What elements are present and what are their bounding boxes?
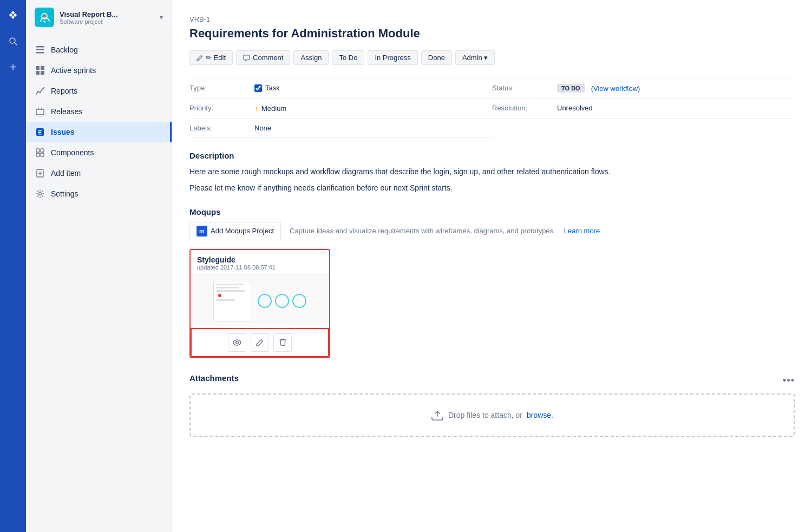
project-dropdown-icon[interactable]: ▾ [160, 14, 163, 21]
delete-styleguide-button[interactable] [273, 333, 292, 352]
sidebar-label-settings: Settings [51, 189, 78, 198]
sidebar-item-reports[interactable]: Reports [26, 81, 172, 101]
project-type: Software project [60, 18, 154, 25]
learn-more-link[interactable]: Learn more [564, 227, 600, 235]
view-styleguide-button[interactable] [228, 333, 246, 352]
svg-rect-10 [41, 71, 44, 75]
moqups-description: Capture ideas and visualize requirements… [290, 227, 555, 235]
assign-button[interactable]: Assign [293, 50, 329, 65]
done-button[interactable]: Done [421, 50, 452, 65]
priority-label: Priority: [189, 104, 254, 112]
svg-rect-6 [36, 52, 44, 54]
svg-rect-11 [36, 109, 44, 115]
upload-icon [431, 410, 444, 421]
sidebar-item-add-item[interactable]: Add item [26, 163, 172, 183]
todo-label: To Do [339, 54, 357, 62]
browse-link[interactable]: browse. [527, 411, 553, 419]
description-text-2: Please let me know if anything needs cla… [189, 182, 795, 194]
admin-button[interactable]: Admin ▾ [455, 50, 495, 65]
issue-title: Requirements for Administration Module [189, 27, 795, 41]
action-bar: ✏ Edit Comment Assign To Do In Progress … [189, 50, 795, 65]
description-title: Description [189, 151, 795, 160]
project-name: Visual Report B... [60, 10, 154, 18]
comment-button[interactable]: Comment [236, 50, 290, 65]
styleguide-header: Styleguide updated 2017-11-08 08:57:41 [191, 250, 329, 274]
settings-icon [35, 188, 45, 199]
moqups-logo: m [197, 226, 207, 237]
priority-arrow-icon: ↑ [254, 104, 258, 113]
styleguide-preview [191, 274, 329, 328]
drop-zone[interactable]: Drop files to attach, or browse. [189, 393, 795, 437]
description-text-1: Here are some rough mockups and workflow… [189, 166, 795, 178]
sidebar-item-releases[interactable]: Releases [26, 101, 172, 122]
priority-field: Priority: ↑ Medium [189, 98, 492, 119]
issues-icon [35, 127, 45, 137]
styleguide-card: Styleguide updated 2017-11-08 08:57:41 [189, 249, 330, 358]
attachments-more-icon[interactable]: ••• [783, 375, 795, 386]
attachments-section: Attachments ••• Drop files to attach, or… [189, 373, 795, 437]
project-icon [35, 8, 54, 27]
issue-id: VRB-1 [189, 15, 795, 23]
circle-1 [258, 294, 272, 308]
styleguide-date: updated 2017-11-08 08:57:41 [197, 264, 323, 271]
edit-button[interactable]: ✏ Edit [189, 50, 233, 65]
search-icon[interactable] [4, 32, 22, 50]
svg-rect-14 [38, 132, 41, 133]
sidebar-label-active-sprints: Active sprints [51, 66, 96, 75]
moqups-section: Moqups m Add Moqups Project Capture idea… [189, 207, 795, 358]
type-field: Type: Task [189, 78, 492, 98]
resolution-value: Unresolved [557, 104, 593, 112]
active-sprints-icon [35, 65, 45, 76]
sidebar-item-active-sprints[interactable]: Active sprints [26, 60, 172, 81]
project-header: Visual Report B... Software project ▾ [26, 0, 172, 35]
sidebar-item-backlog[interactable]: Backlog [26, 40, 172, 60]
circle-2 [275, 294, 289, 308]
add-item-icon [35, 168, 45, 179]
add-icon[interactable]: + [4, 58, 22, 76]
resolution-field: Resolution: Unresolved [492, 98, 795, 119]
sidebar-item-components[interactable]: Components [26, 142, 172, 163]
task-checkbox[interactable] [254, 84, 262, 92]
app-logo-icon[interactable]: ❖ [4, 6, 22, 24]
wireframe-thumbnail [213, 281, 251, 321]
svg-rect-7 [36, 66, 40, 70]
circle-3 [292, 294, 306, 308]
sidebar-label-add-item: Add item [51, 169, 81, 178]
reports-icon [35, 86, 45, 96]
in-progress-label: In Progress [375, 54, 410, 62]
sidebar-label-components: Components [51, 148, 94, 157]
svg-line-1 [15, 43, 17, 45]
preview-circles [258, 294, 306, 308]
svg-rect-17 [41, 149, 44, 152]
add-moqups-label: Add Moqups Project [211, 227, 274, 235]
sidebar-item-issues[interactable]: Issues [26, 122, 172, 142]
svg-point-3 [43, 15, 46, 18]
add-moqups-button[interactable]: m Add Moqups Project [189, 222, 281, 240]
sidebar-item-settings[interactable]: Settings [26, 183, 172, 204]
type-value: Task [254, 84, 280, 92]
sidebar-label-reports: Reports [51, 87, 77, 95]
fields-grid: Type: Task Status: TO DO (View workflow)… [189, 78, 795, 138]
priority-value: ↑ Medium [254, 104, 286, 113]
svg-rect-18 [36, 153, 40, 156]
drop-text: Drop files to attach, or [448, 411, 522, 419]
backlog-icon [35, 44, 45, 55]
resolution-label: Resolution: [492, 104, 557, 112]
styleguide-name: Styleguide [197, 255, 323, 264]
card-actions [191, 328, 329, 357]
labels-value: None [254, 124, 271, 132]
admin-label: Admin ▾ [462, 54, 488, 62]
in-progress-button[interactable]: In Progress [368, 50, 417, 65]
svg-rect-8 [41, 66, 44, 70]
todo-button[interactable]: To Do [332, 50, 364, 65]
done-label: Done [428, 54, 445, 62]
type-label: Type: [189, 84, 254, 92]
attachments-title: Attachments [189, 373, 239, 383]
moqups-title: Moqups [189, 207, 795, 216]
edit-styleguide-button[interactable] [251, 333, 269, 352]
svg-rect-4 [36, 46, 44, 48]
view-workflow-link[interactable]: (View workflow) [591, 84, 640, 93]
labels-field: Labels: None [189, 119, 492, 138]
sidebar-label-backlog: Backlog [51, 45, 78, 54]
svg-rect-9 [36, 71, 40, 75]
